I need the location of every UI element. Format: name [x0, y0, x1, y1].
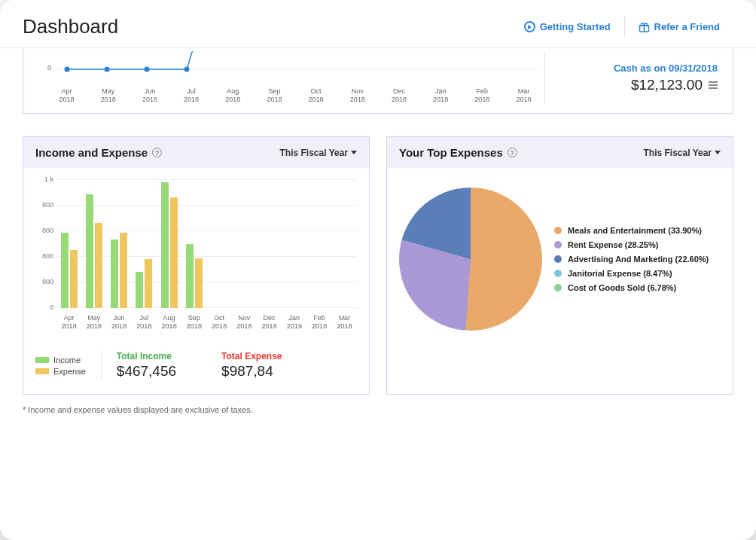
help-icon[interactable]: ?	[152, 148, 162, 157]
svg-point-5	[184, 67, 190, 72]
bar-group	[107, 180, 132, 308]
legend-expense: Expense	[35, 367, 86, 376]
cash-ytick-0: 0	[47, 64, 51, 72]
bar-group	[257, 180, 282, 308]
x-label: Jun2018	[129, 87, 170, 104]
income-expense-chart: 08008008008001 k Apr2018May2018Jun2018Ju…	[56, 180, 357, 331]
x-label: Aug2018	[157, 314, 181, 331]
bar-expense	[195, 258, 203, 308]
pie-legend-item: Advertising And Marketing (22.60%)	[554, 255, 709, 264]
x-label: Dec2018	[378, 87, 419, 104]
legend-dot	[554, 241, 562, 249]
period-select[interactable]: This Fiscal Year	[280, 148, 358, 158]
x-label: May2018	[81, 314, 106, 331]
card-header: Income and Expense ? This Fiscal Year	[23, 137, 369, 168]
bar-group	[181, 180, 206, 308]
y-tick: 1 k	[35, 175, 53, 183]
svg-point-4	[145, 67, 150, 72]
x-label: Apr2018	[46, 87, 87, 104]
bar-expense	[95, 223, 102, 308]
x-label: Jul2018	[132, 314, 157, 331]
y-tick: 800	[35, 201, 53, 209]
caret-down-icon	[351, 151, 357, 154]
bar-group	[132, 180, 157, 308]
legend-label: Advertising And Marketing (22.60%)	[568, 255, 709, 264]
total-income: Total Income $467,456	[117, 351, 176, 380]
x-label: Feb2018	[307, 314, 332, 331]
menu-icon[interactable]	[709, 80, 718, 90]
bar-group	[332, 180, 357, 308]
pie-legend-item: Meals and Entertainment (33.90%)	[554, 226, 709, 235]
x-label: Nov2018	[232, 314, 257, 331]
bar-group	[232, 180, 257, 308]
x-label: Sep2018	[254, 87, 295, 104]
card-title: Your Top Expenses ?	[399, 146, 517, 159]
svg-point-2	[65, 67, 70, 72]
x-label: Jun2018	[107, 314, 132, 331]
bar-expense	[170, 197, 178, 308]
footnote: * Income and expense values displayed ar…	[23, 405, 733, 414]
x-label: Jan2018	[420, 87, 462, 104]
refer-friend-link[interactable]: Refer a Friend	[624, 17, 733, 38]
x-label: Jan2019	[282, 314, 306, 331]
legend-income: Income	[35, 355, 86, 365]
help-icon[interactable]: ?	[508, 148, 517, 157]
y-tick: 800	[35, 252, 53, 260]
bar-income	[136, 272, 143, 308]
legend-label: Rent Expense (28.25%)	[568, 240, 658, 249]
legend-label: Cost of Goods Sold (6.78%)	[568, 283, 676, 292]
header-actions: Getting Started Refer a Friend	[511, 17, 733, 38]
totals-row: Income Expense Total Income $467,456 Tot…	[35, 341, 357, 380]
card-header: Your Top Expenses ? This Fiscal Year	[387, 137, 733, 168]
play-circle-icon	[524, 21, 535, 32]
legend-swatch-income	[35, 357, 49, 363]
y-tick: 800	[35, 227, 53, 234]
svg-point-3	[105, 67, 110, 72]
x-label: Aug2018	[212, 87, 254, 104]
x-label: Oct2018	[295, 87, 337, 104]
legend-swatch-expense	[35, 368, 49, 374]
bar-expense	[120, 233, 127, 308]
pie-legend-item: Cost of Goods Sold (6.78%)	[554, 283, 709, 292]
bar-income	[186, 244, 194, 308]
bar-group	[207, 180, 232, 308]
x-label: Nov2018	[337, 87, 378, 104]
x-label: Jul2018	[171, 87, 212, 104]
caret-down-icon	[715, 151, 721, 154]
bar-income	[111, 239, 118, 308]
page-title: Dashboard	[23, 15, 118, 38]
bar-group	[81, 180, 106, 308]
x-label: Mar2018	[332, 314, 357, 331]
income-expense-card: Income and Expense ? This Fiscal Year 08…	[23, 136, 370, 395]
legend-dot	[554, 284, 562, 291]
pie-legend-item: Rent Expense (28.25%)	[554, 240, 709, 249]
bar-income	[161, 182, 169, 308]
cash-flow-chart: 0 Apr2018May2018Jun2018Jul2018Aug2018Sep…	[38, 51, 544, 104]
y-tick: 800	[35, 278, 53, 285]
total-expense: Total Expense $987,84	[221, 351, 282, 380]
cash-info: Cash as on 09/31/2018 $12,123.00	[544, 51, 718, 104]
gift-icon	[639, 22, 650, 32]
legend: Income Expense	[35, 353, 86, 378]
legend-dot	[554, 255, 562, 263]
getting-started-link[interactable]: Getting Started	[511, 17, 624, 38]
cash-as-on-link[interactable]: Cash as on 09/31/2018	[614, 63, 718, 74]
period-select[interactable]: This Fiscal Year	[644, 148, 721, 158]
legend-dot	[554, 227, 562, 234]
bar-group	[157, 180, 181, 308]
cash-value: $12,123.00	[631, 77, 718, 93]
bar-group	[282, 180, 306, 308]
pie-legend-item: Janitorial Expense (8.47%)	[554, 269, 709, 278]
bar-income	[86, 194, 93, 308]
top-expenses-card: Your Top Expenses ? This Fiscal Year Mea…	[386, 136, 733, 395]
refer-friend-label: Refer a Friend	[654, 21, 720, 32]
legend-dot	[554, 270, 562, 277]
x-label: Mar2018	[503, 87, 544, 104]
getting-started-label: Getting Started	[540, 21, 611, 32]
top-expenses-pie	[399, 188, 542, 331]
legend-label: Janitorial Expense (8.47%)	[568, 269, 672, 278]
x-label: Sep2018	[181, 314, 206, 331]
x-label: Dec2018	[257, 314, 282, 331]
pie-legend: Meals and Entertainment (33.90%)Rent Exp…	[554, 221, 709, 297]
x-label: May2018	[87, 87, 129, 104]
